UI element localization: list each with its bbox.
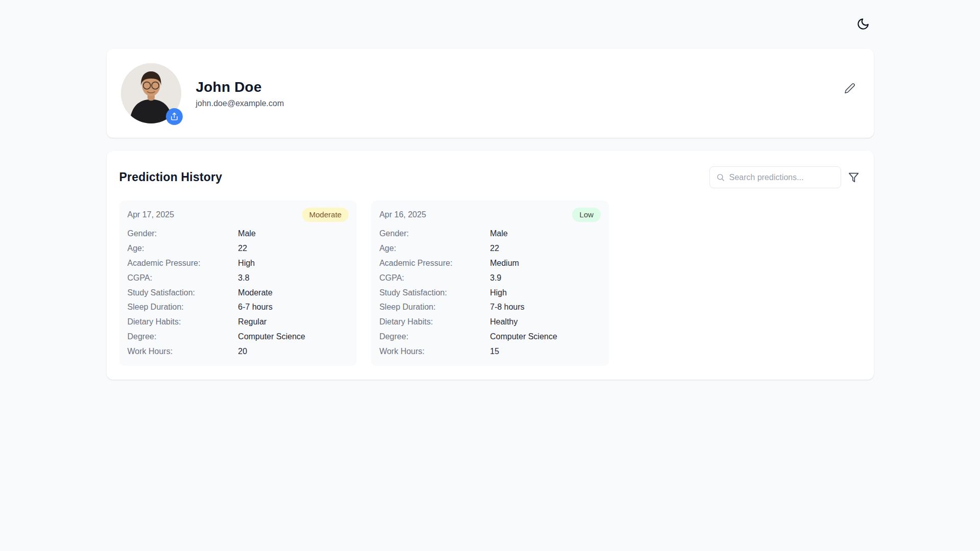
card-fields: Gender:MaleAge:22Academic Pressure:Mediu… <box>379 230 601 356</box>
field-row: Dietary Habits:Regular <box>128 318 349 326</box>
field-row: Study Satisfaction:Moderate <box>128 289 349 297</box>
history-header: Prediction History <box>119 166 861 188</box>
field-value: 7-8 hours <box>490 303 601 311</box>
field-label: CGPA: <box>379 274 490 282</box>
avatar-wrapper <box>121 63 181 123</box>
prediction-card-header: Apr 16, 2025 Low <box>379 208 601 222</box>
prediction-card-header: Apr 17, 2025 Moderate <box>128 208 349 222</box>
field-value: 22 <box>238 244 349 253</box>
field-value: 3.8 <box>238 274 349 282</box>
risk-badge: Low <box>572 208 601 222</box>
search-input[interactable] <box>729 173 835 182</box>
field-label: Dietary Habits: <box>379 318 490 326</box>
field-value: 3.9 <box>490 274 601 282</box>
field-value: Regular <box>238 318 349 326</box>
field-label: Sleep Duration: <box>128 303 238 311</box>
field-label: Work Hours: <box>128 347 238 356</box>
field-row: CGPA:3.8 <box>128 274 349 282</box>
field-label: Work Hours: <box>379 347 490 356</box>
risk-badge: Moderate <box>302 208 349 222</box>
field-row: Academic Pressure:High <box>128 259 349 267</box>
field-label: Gender: <box>128 230 238 238</box>
field-value: Medium <box>490 259 601 267</box>
field-row: Gender:Male <box>379 230 601 238</box>
field-label: Study Satisfaction: <box>128 289 238 297</box>
prediction-card: Apr 17, 2025 Moderate Gender:MaleAge:22A… <box>119 201 357 366</box>
pencil-icon <box>844 83 855 94</box>
history-tools <box>709 166 861 188</box>
prediction-date: Apr 17, 2025 <box>128 210 175 219</box>
field-value: 20 <box>238 347 349 356</box>
filter-button[interactable] <box>846 170 861 185</box>
theme-toggle-button[interactable] <box>854 15 872 33</box>
page-container: John Doe john.doe@example.com Prediction… <box>107 0 874 380</box>
field-row: Work Hours:15 <box>379 347 601 356</box>
field-row: Age:22 <box>128 244 349 253</box>
prediction-date: Apr 16, 2025 <box>379 210 426 219</box>
field-value: Computer Science <box>238 333 349 341</box>
field-label: Age: <box>128 244 238 253</box>
field-row: Gender:Male <box>128 230 349 238</box>
prediction-history-card: Prediction History <box>107 151 874 380</box>
section-title: Prediction History <box>119 170 223 184</box>
field-value: Healthy <box>490 318 601 326</box>
field-label: Gender: <box>379 230 490 238</box>
field-label: Degree: <box>379 333 490 341</box>
field-row: CGPA:3.9 <box>379 274 601 282</box>
field-label: Academic Pressure: <box>128 259 238 267</box>
field-value: 22 <box>490 244 601 253</box>
field-row: Study Satisfaction:High <box>379 289 601 297</box>
avatar-upload-button[interactable] <box>166 108 183 125</box>
field-label: Academic Pressure: <box>379 259 490 267</box>
prediction-card: Apr 16, 2025 Low Gender:MaleAge:22Academ… <box>371 201 609 366</box>
field-row: Sleep Duration:6-7 hours <box>128 303 349 311</box>
field-row: Academic Pressure:Medium <box>379 259 601 267</box>
field-value: High <box>238 259 349 267</box>
top-bar <box>107 15 874 33</box>
edit-profile-button[interactable] <box>842 81 857 96</box>
field-row: Degree:Computer Science <box>379 333 601 341</box>
profile-text: John Doe john.doe@example.com <box>196 79 284 108</box>
field-value: Male <box>238 230 349 238</box>
profile-email: john.doe@example.com <box>196 99 284 108</box>
field-row: Sleep Duration:7-8 hours <box>379 303 601 311</box>
field-row: Degree:Computer Science <box>128 333 349 341</box>
prediction-cards-grid: Apr 17, 2025 Moderate Gender:MaleAge:22A… <box>119 201 861 366</box>
moon-icon <box>856 17 870 31</box>
field-value: 6-7 hours <box>238 303 349 311</box>
field-row: Dietary Habits:Healthy <box>379 318 601 326</box>
field-label: Dietary Habits: <box>128 318 238 326</box>
field-value: Computer Science <box>490 333 601 341</box>
profile-name: John Doe <box>196 79 284 95</box>
field-row: Age:22 <box>379 244 601 253</box>
field-label: Age: <box>379 244 490 253</box>
card-fields: Gender:MaleAge:22Academic Pressure:HighC… <box>128 230 349 356</box>
field-value: High <box>490 289 601 297</box>
field-row: Work Hours:20 <box>128 347 349 356</box>
field-value: 15 <box>490 347 601 356</box>
field-value: Male <box>490 230 601 238</box>
search-icon <box>716 173 729 182</box>
filter-icon <box>848 172 859 183</box>
field-label: Study Satisfaction: <box>379 289 490 297</box>
profile-card: John Doe john.doe@example.com <box>107 49 874 138</box>
field-value: Moderate <box>238 289 349 297</box>
upload-icon <box>170 112 179 121</box>
search-box <box>709 166 841 188</box>
field-label: Sleep Duration: <box>379 303 490 311</box>
field-label: Degree: <box>128 333 238 341</box>
field-label: CGPA: <box>128 274 238 282</box>
